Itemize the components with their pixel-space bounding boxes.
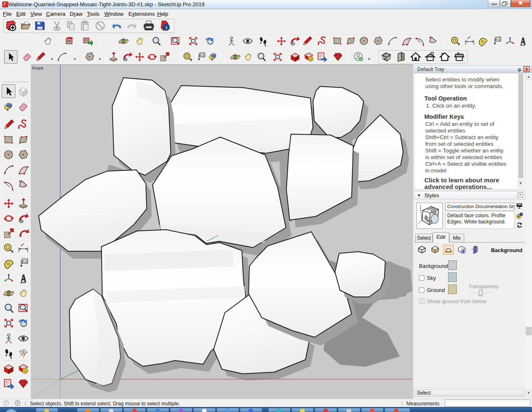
svg-text:☺: ☺: [308, 57, 312, 61]
svg-text:☺: ☺: [23, 369, 27, 373]
svg-text:A1: A1: [200, 53, 204, 57]
svg-text:A1: A1: [496, 37, 500, 41]
svg-text:i: i: [165, 25, 167, 30]
svg-text:A1: A1: [22, 259, 27, 263]
